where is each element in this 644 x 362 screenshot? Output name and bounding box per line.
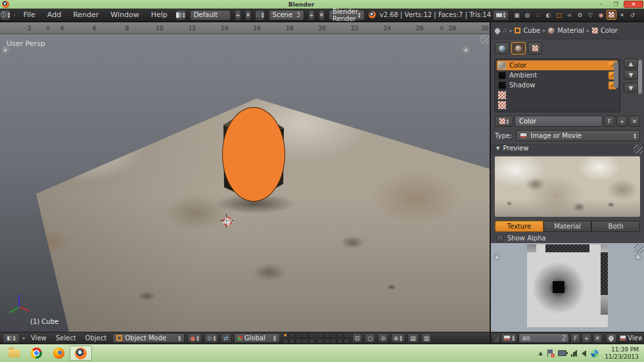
- breadcrumb-texture[interactable]: Color: [601, 27, 618, 34]
- properties-scrollbar[interactable]: [638, 60, 642, 94]
- viewport-shading-dropdown[interactable]: ● ▲▼: [187, 333, 202, 343]
- other-texture-context-button[interactable]: [528, 42, 542, 55]
- image-view-menu[interactable]: View: [628, 334, 642, 342]
- fake-user-button[interactable]: F: [604, 116, 615, 127]
- material-texture-context-button[interactable]: [511, 42, 526, 55]
- unlink-image-button[interactable]: ✕: [593, 333, 603, 343]
- firefox-taskbar-icon[interactable]: [47, 346, 70, 361]
- viewport-menu-select[interactable]: Select: [53, 334, 80, 342]
- 3d-viewport[interactable]: User Persp (1) Cube + +: [0, 34, 490, 332]
- browse-texture-button[interactable]: ▲▼: [495, 116, 513, 127]
- image-pin-button[interactable]: [606, 333, 617, 343]
- constraints-tab-icon[interactable]: ∞: [564, 10, 574, 20]
- restore-button[interactable]: ❐: [609, 1, 623, 8]
- expand-panel-button[interactable]: +: [634, 253, 642, 261]
- menu-help[interactable]: Help: [147, 11, 172, 19]
- mode-dropdown[interactable]: Object Mode ▲▼: [112, 333, 185, 343]
- viewport-menu-object[interactable]: Object: [82, 334, 110, 342]
- scene-tab-icon[interactable]: ∴: [533, 10, 543, 20]
- snap-element-dropdown[interactable]: ⊕ ▲▼: [391, 333, 405, 343]
- texture-name-field[interactable]: Color: [515, 116, 603, 127]
- expand-toolshelf-button[interactable]: +: [1, 46, 9, 54]
- explorer-taskbar-icon[interactable]: [3, 346, 25, 361]
- move-slot-up-button[interactable]: ▲: [624, 58, 638, 68]
- breadcrumb-material[interactable]: Material: [557, 27, 584, 34]
- menu-add[interactable]: Add: [43, 11, 65, 19]
- new-image-button[interactable]: +: [582, 333, 591, 343]
- power-icon[interactable]: [558, 350, 566, 356]
- action-center-icon[interactable]: ✕: [547, 350, 553, 357]
- blender-menu-icon[interactable]: [14, 14, 15, 16]
- world-tab-icon[interactable]: ◐: [543, 10, 553, 20]
- new-texture-button[interactable]: +: [616, 116, 628, 127]
- panel-drag-widget[interactable]: [633, 145, 643, 154]
- particles-tab-icon[interactable]: ✶: [617, 10, 627, 20]
- world-texture-context-button[interactable]: [495, 42, 509, 55]
- close-button[interactable]: ✕: [624, 1, 643, 8]
- delete-layout-button[interactable]: ✕: [245, 10, 252, 20]
- preview-both-button[interactable]: Both: [591, 221, 640, 232]
- physics-tab-icon[interactable]: ↺: [628, 10, 637, 20]
- texture-slot-shadow[interactable]: Shadow ✓: [497, 80, 618, 90]
- lock-to-scene-button[interactable]: ⊡: [352, 333, 363, 343]
- add-layout-button[interactable]: +: [235, 10, 241, 20]
- blender-taskbar-icon[interactable]: [70, 346, 92, 361]
- preview-panel-header[interactable]: ▼ Preview: [491, 143, 644, 154]
- texture-slot-empty[interactable]: [497, 100, 618, 110]
- texture-slot-list[interactable]: Color ✓ Ambient ✓ Shadow ✓: [494, 58, 620, 112]
- editor-corner-widget[interactable]: [634, 244, 643, 253]
- taskbar-clock[interactable]: 11:39 PM 11/23/2013: [605, 346, 639, 361]
- opengl-render-button[interactable]: ▤: [407, 333, 419, 343]
- snap-toggle-button[interactable]: ⊘: [378, 333, 388, 343]
- proportional-edit-button[interactable]: ○: [365, 333, 375, 343]
- show-alpha-checkbox[interactable]: [496, 235, 503, 242]
- add-scene-button[interactable]: +: [308, 10, 315, 20]
- expand-sidebar-button[interactable]: +: [462, 46, 470, 54]
- delete-scene-button[interactable]: ✕: [319, 10, 325, 20]
- layer-1-active[interactable]: [283, 333, 288, 338]
- orientation-dropdown[interactable]: Global ▲▼: [234, 333, 280, 343]
- unlink-texture-button[interactable]: ✕: [629, 116, 640, 127]
- object-tab-icon[interactable]: □: [554, 10, 564, 20]
- timeline-ruler[interactable]: 2 4 6 8 10 12 14 16 18 20 22 24 26 28 30: [0, 22, 490, 34]
- layer-buttons-group-1[interactable]: [283, 333, 315, 344]
- minimize-button[interactable]: –: [593, 1, 608, 8]
- menu-file[interactable]: File: [19, 11, 39, 19]
- texture-slot-empty[interactable]: [497, 90, 618, 100]
- texture-tab-icon[interactable]: [607, 10, 616, 20]
- texture-slot-color[interactable]: Color ✓: [497, 60, 618, 70]
- scene-field[interactable]: Scene 3: [269, 10, 304, 20]
- editor-type-button[interactable]: ⓘ ▲▼: [0, 10, 11, 20]
- chrome-taskbar-icon[interactable]: [25, 346, 47, 361]
- tray-expand-icon[interactable]: ▲: [538, 350, 542, 356]
- expand-panel-button[interactable]: +: [493, 253, 501, 261]
- header-menu-dot-icon[interactable]: [22, 337, 25, 340]
- render-engine-dropdown[interactable]: Blender Render ▲▼: [329, 10, 365, 20]
- modifiers-tab-icon[interactable]: ⚙: [575, 10, 585, 20]
- image-name-field[interactable]: ao 2: [518, 333, 569, 343]
- pivot-point-dropdown[interactable]: ⊙ ▲▼: [204, 333, 218, 343]
- image-editor[interactable]: + +: [491, 243, 644, 332]
- opengl-render-anim-button[interactable]: ▥: [421, 333, 432, 343]
- preview-texture-button[interactable]: Texture: [495, 221, 543, 232]
- viewport-menu-view[interactable]: View: [28, 334, 50, 342]
- preview-material-button[interactable]: Material: [543, 221, 592, 232]
- layer-buttons-group-2[interactable]: [317, 333, 350, 344]
- menu-render[interactable]: Render: [69, 11, 103, 19]
- security-center-icon[interactable]: [591, 350, 599, 357]
- menu-window[interactable]: Window: [106, 11, 143, 19]
- scene-icon-button[interactable]: ∴ ▲▼: [255, 10, 264, 20]
- pin-icon[interactable]: [494, 27, 501, 34]
- properties-editor-type-button[interactable]: ▲▼: [493, 10, 509, 20]
- screen-layout-field[interactable]: Default: [190, 10, 231, 20]
- volume-icon[interactable]: [582, 350, 586, 357]
- texture-slot-ambient[interactable]: Ambient ✓: [497, 70, 618, 80]
- slot-list-scrollbar[interactable]: [614, 62, 618, 88]
- slot-specials-menu-button[interactable]: ▼: [624, 83, 638, 93]
- material-tab-icon[interactable]: ◉: [596, 10, 606, 20]
- breadcrumb-object[interactable]: Cube: [523, 27, 540, 34]
- render-layers-tab-icon[interactable]: ◍: [522, 10, 532, 20]
- object-data-tab-icon[interactable]: ▽: [586, 10, 595, 20]
- move-slot-down-button[interactable]: ▼: [624, 70, 638, 79]
- viewport-corner-widget[interactable]: [480, 35, 489, 44]
